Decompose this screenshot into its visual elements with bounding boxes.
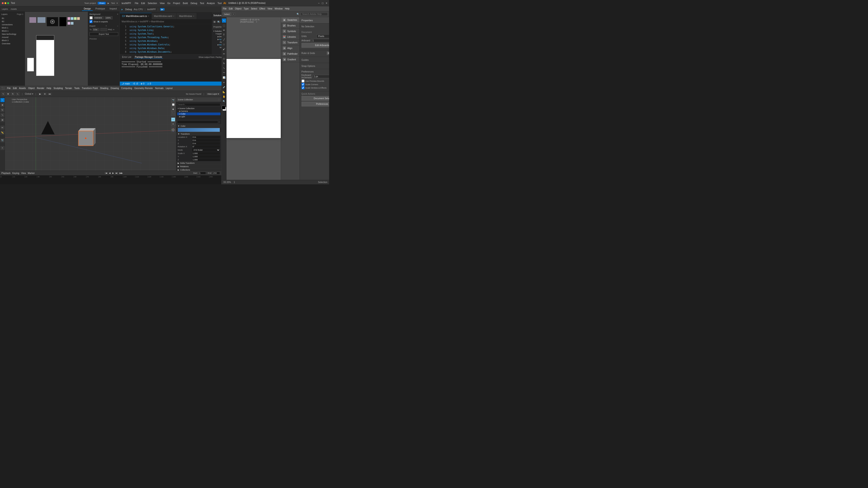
ai-warp[interactable]: 〜 [222,71,226,75]
ai-direct-select[interactable]: ⬚ [222,23,226,27]
tab-mainwindow-xaml[interactable]: MainWindow.xaml × [152,13,177,19]
add-bg-icon[interactable]: + [117,13,118,15]
unity-menu-object[interactable]: Object [28,87,35,90]
sol-toolbar-btn1[interactable]: ⚙ [213,21,216,23]
timeline-prev-frame[interactable]: ◀ [109,172,111,174]
small-frame[interactable] [27,58,34,71]
sol-toolbar-btn2[interactable]: 🔍 [217,21,221,23]
ai-eyedropper[interactable]: 💉 [222,85,226,89]
unity-menu-computing[interactable]: Computing [121,87,132,90]
ai-menu-object[interactable]: Object [235,7,241,10]
ai-menu-select[interactable]: Select [251,7,257,10]
unity-menu-geometry[interactable]: Geometry Remote [134,87,153,90]
tab-mainwindow-cs[interactable]: C# MainWindow.xaml.cs × [120,13,152,19]
ai-close-btn[interactable]: × [326,2,327,5]
pathfinder-panel-item[interactable]: ◈ Pathfinder [281,51,300,57]
menu-file[interactable]: File [135,2,138,4]
close-artboard-tab[interactable]: × [256,21,257,23]
scale-tool-btn[interactable]: ⤡ [0,113,4,117]
package-manager-tab[interactable]: Package Manager Console [134,56,163,59]
selected-frame[interactable] [36,35,54,76]
hierarchy-options[interactable]: ⋮ [218,98,220,101]
scale-corners-checkbox[interactable] [302,83,305,86]
location-z[interactable] [192,142,220,145]
view-label[interactable]: View [21,172,26,174]
transform-panel-item[interactable]: ⤡ Transform [281,40,300,45]
select-tool-btn[interactable]: ↖ [0,98,4,102]
menu-build[interactable]: Build [183,2,188,4]
tab-inspect[interactable]: Inspect [108,7,119,11]
marker-label[interactable]: Marker [28,172,35,174]
minimize-dot[interactable] [4,2,6,4]
ai-menu-type[interactable]: Type [244,7,249,10]
tab-xaml-close[interactable]: × [173,15,175,18]
unity-view-btn[interactable]: View Layer ▾ [206,93,220,95]
pyramid-object[interactable] [40,120,56,136]
menu-debug[interactable]: Debug [191,2,197,4]
layer-item-connections[interactable]: connections [1,23,24,26]
document-setup-btn[interactable]: Document Setup [302,96,329,101]
unity-menu-tools[interactable]: Tools [74,87,79,90]
keying-label[interactable]: Keying [12,172,20,174]
artboard-value-input[interactable] [311,39,329,42]
tab-design[interactable]: Design [82,7,93,11]
code-editor-content[interactable]: using System.Collections.Generic; using … [128,24,211,55]
camera-item[interactable]: ▶ Camera [177,110,220,112]
tab-mw-close[interactable]: × [193,15,194,18]
error-list-tab[interactable]: Error List [121,56,132,58]
cursor-tool[interactable]: ↖ [1,92,5,96]
ai-menu-effect[interactable]: Effect [259,7,265,10]
export-suffix[interactable] [100,28,107,31]
ai-blend[interactable]: ∞ [222,80,226,84]
collections-title[interactable]: ▶ Collections [176,168,221,170]
menu-selection[interactable]: Selection [148,2,157,4]
unity-menu-normals[interactable]: Normals [155,87,163,90]
color-picker-bar[interactable] [178,128,220,132]
scale-z[interactable] [192,158,220,161]
scale-x[interactable] [192,152,220,155]
run-btn[interactable]: ▶ [160,8,164,11]
unity-viewport[interactable]: User Perspective 1.Collection | Cube 📷 ⬜… [5,97,176,170]
ai-scale[interactable]: ⤡ [222,66,226,70]
align-panel-item[interactable]: ⊞ Align [281,45,300,51]
bg-color-input[interactable] [94,16,104,20]
zoom-level[interactable]: 33.33% [223,181,231,184]
ai-type-tool[interactable]: T [222,33,226,37]
unity-menu-edit[interactable]: Edit [13,87,17,90]
unity-menu-sculpt[interactable]: Sculpting [54,87,63,90]
step-btn[interactable]: ⏭ [48,93,52,95]
ai-rotate[interactable]: ↻ [222,61,226,65]
delta-transform-title[interactable]: ▶ Delta Transform [176,162,221,165]
maximize-dot[interactable] [7,2,9,4]
unity-menu-layout[interactable]: Layout [166,87,173,90]
location-y[interactable] [192,139,220,142]
menu-view[interactable]: View [160,2,165,4]
tab-mainwindow[interactable]: MainWindow × [177,13,197,19]
close-dot[interactable] [2,2,4,4]
unity-menu-help[interactable]: Help [46,87,51,90]
menu-project[interactable]: Project [173,2,180,4]
ai-menu-edit[interactable]: Edit [229,7,232,10]
timeline-rewind[interactable]: |◀ [105,172,107,174]
layer-item-b1[interactable]: B1 [1,17,24,20]
ai-shape-tool[interactable]: □ [222,42,226,46]
timeline-ruler[interactable]: 0 10 20 30 40 50 60 70 80 90 100 110 120… [0,175,221,184]
bg-color-swatch[interactable] [90,16,93,20]
menu-go[interactable]: Go [167,2,170,4]
end-frame[interactable] [213,172,220,174]
libraries-panel-item[interactable]: 📚 Libraries [281,34,300,40]
camera-btn[interactable]: 📷 [0,138,4,142]
menu-analyze[interactable]: Analyze [207,2,215,4]
vp-camera-btn[interactable]: 📷 [171,98,175,102]
scale-y[interactable] [192,155,220,158]
cube-item[interactable]: ▶ Cube [177,112,220,115]
unity-menu-file[interactable]: File [7,87,11,90]
tab-layers[interactable]: Layers [1,7,9,11]
move-tool[interactable]: ✥ [6,92,10,96]
scene-root[interactable]: ▼ Scene Collection [177,107,220,110]
color-section-title[interactable]: ▼ Color [176,125,221,128]
share-button[interactable]: Share [98,2,106,4]
ai-minimize-btn[interactable]: − [318,2,320,5]
rotate-tool[interactable]: ↻ [11,92,15,96]
ai-maximize-btn[interactable]: □ [322,2,323,5]
